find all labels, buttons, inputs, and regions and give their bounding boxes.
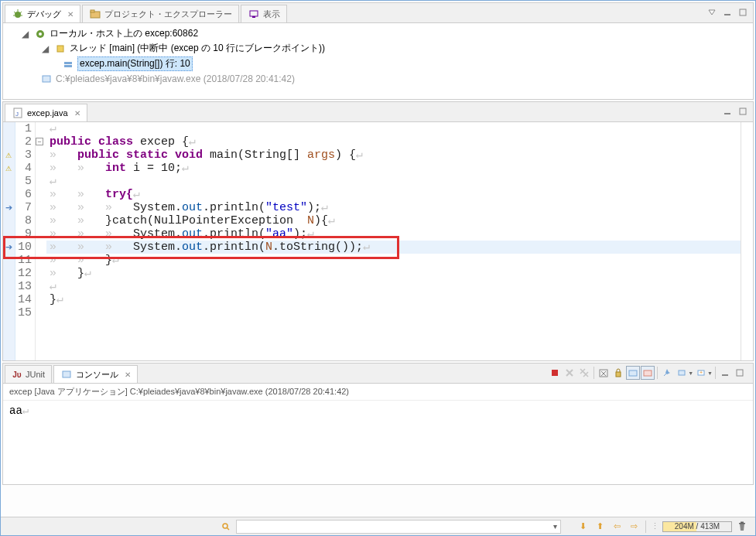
svg-rect-22 — [63, 371, 70, 377]
overview-ruler[interactable] — [741, 122, 753, 360]
svg-point-0 — [15, 12, 21, 18]
editor-tab[interactable]: J excep.java ✕ — [5, 104, 87, 121]
nav-down-icon[interactable]: ⬇ — [576, 520, 590, 534]
show-console-on-out-icon[interactable] — [626, 366, 640, 380]
editor-tab-label: excep.java — [27, 108, 68, 118]
debug-tab-bar: デバッグ ✕ プロジェクト・エクスプローラー 表示 — [3, 3, 753, 23]
expander-icon[interactable]: ◢ — [42, 43, 51, 54]
gc-icon[interactable] — [735, 520, 749, 534]
console-output[interactable]: aa↵ — [3, 401, 753, 484]
menu-button-icon[interactable] — [705, 5, 719, 19]
console-panel: Jυ JUnit コンソール ✕ ▼ + ▼ excep — [2, 363, 754, 485]
maximize-icon[interactable] — [733, 366, 747, 380]
pin-console-icon[interactable] — [660, 366, 674, 380]
debug-panel: デバッグ ✕ プロジェクト・エクスプローラー 表示 ◢ ローカル・ホスト上の e… — [2, 2, 754, 100]
tab-explorer-label: プロジェクト・エクスプローラー — [104, 9, 232, 20]
dropdown-icon[interactable]: ▼ — [688, 370, 693, 376]
editor-body[interactable]: ⚠ ⚠ ➔ ➔ 123456789101112131415 − ↵ public… — [3, 122, 753, 360]
svg-rect-9 — [252, 16, 255, 18]
svg-rect-16 — [64, 65, 72, 67]
editor-tab-bar: J excep.java ✕ — [3, 102, 753, 122]
search-input[interactable]: ▾ — [236, 520, 561, 534]
svg-rect-36 — [739, 523, 745, 524]
tree-process[interactable]: C:¥pleiades¥java¥8¥bin¥javaw.exe (2018/0… — [9, 72, 747, 86]
remove-all-icon[interactable] — [577, 366, 591, 380]
maximize-icon[interactable] — [736, 104, 750, 118]
minimize-icon[interactable] — [718, 366, 732, 380]
junit-icon: Jυ — [12, 369, 22, 380]
debug-icon — [12, 8, 24, 20]
line-numbers: 123456789101112131415 — [15, 122, 36, 360]
svg-line-28 — [664, 374, 666, 376]
display-selected-console-icon[interactable] — [675, 366, 689, 380]
console-tab-bar: Jυ JUnit コンソール ✕ ▼ + ▼ — [3, 364, 753, 384]
status-bar: ▾ ⬇ ⬆ ⇦ ⇨ ⋮ 204M / 413M — [1, 517, 755, 535]
tab-junit[interactable]: Jυ JUnit — [5, 365, 52, 383]
code-area[interactable]: ↵ public class excep {↵ » public static … — [46, 122, 741, 360]
tree-launch[interactable]: ◢ ローカル・ホスト上の excep:60862 — [9, 26, 747, 41]
java-file-icon: J — [12, 107, 24, 119]
maximize-icon[interactable] — [736, 5, 750, 19]
close-icon[interactable]: ✕ — [74, 109, 80, 118]
current-line-icon: ➔ — [3, 241, 14, 254]
tab-debug[interactable]: デバッグ ✕ — [5, 5, 80, 22]
svg-rect-27 — [644, 370, 652, 376]
tree-frame-label: excep.main(String[]) 行: 10 — [77, 56, 193, 71]
thread-icon — [54, 43, 67, 55]
svg-rect-15 — [64, 62, 72, 64]
search-field[interactable] — [237, 522, 549, 531]
nav-prev-icon[interactable]: ⇦ — [610, 520, 624, 534]
svg-rect-17 — [43, 76, 50, 82]
svg-rect-14 — [57, 46, 63, 52]
nav-up-icon[interactable]: ⬆ — [593, 520, 607, 534]
console-icon — [60, 368, 73, 381]
tab-explorer[interactable]: プロジェクト・エクスプローラー — [82, 5, 239, 22]
svg-rect-29 — [679, 370, 685, 375]
svg-point-13 — [39, 32, 42, 36]
step-marker-icon: ➔ — [3, 201, 14, 214]
scroll-lock-icon[interactable] — [611, 366, 625, 380]
minimize-icon[interactable] — [720, 104, 734, 118]
warning-icon[interactable]: ⚠ — [3, 149, 14, 162]
dropdown-icon[interactable]: ▼ — [707, 370, 713, 376]
expander-icon[interactable]: ◢ — [22, 29, 31, 39]
tree-launch-label: ローカル・ホスト上の excep:60862 — [50, 27, 198, 40]
tree-process-label: C:¥pleiades¥java¥8¥bin¥javaw.exe (2018/0… — [56, 73, 295, 84]
stack-frame-icon — [62, 58, 74, 70]
show-console-on-err-icon[interactable] — [641, 366, 655, 380]
search-icon — [221, 521, 231, 532]
svg-rect-26 — [629, 370, 637, 376]
fold-toggle-icon[interactable]: − — [36, 138, 43, 145]
tab-console[interactable]: コンソール ✕ — [53, 365, 138, 383]
clear-console-icon[interactable] — [597, 366, 611, 380]
svg-rect-7 — [91, 10, 94, 12]
minimize-icon[interactable] — [720, 5, 734, 19]
editor-panel: J excep.java ✕ ⚠ ⚠ ➔ ➔ 12345678910111213… — [2, 101, 754, 361]
svg-rect-23 — [552, 370, 558, 376]
nav-next-icon[interactable]: ⇨ — [627, 520, 641, 534]
close-icon[interactable]: ✕ — [67, 10, 74, 19]
tab-display[interactable]: 表示 — [241, 5, 287, 22]
svg-rect-25 — [616, 372, 621, 377]
svg-text:J: J — [15, 111, 19, 118]
terminate-icon[interactable] — [548, 366, 562, 380]
tree-thread[interactable]: ◢ スレッド [main] (中断中 (excep の 10 行にブレークポイン… — [9, 41, 747, 56]
svg-rect-10 — [724, 14, 730, 15]
svg-line-35 — [227, 527, 229, 530]
display-icon — [248, 8, 260, 20]
dropdown-icon[interactable]: ▾ — [549, 521, 560, 532]
warning-icon[interactable]: ⚠ — [3, 162, 14, 175]
memory-indicator[interactable]: 204M / 413M — [662, 521, 732, 532]
remove-launch-icon[interactable] — [563, 366, 576, 380]
tree-frame[interactable]: excep.main(String[]) 行: 10 — [9, 56, 747, 72]
tab-display-label: 表示 — [263, 9, 280, 20]
svg-rect-11 — [740, 9, 746, 15]
tab-debug-label: デバッグ — [27, 9, 61, 20]
close-icon[interactable]: ✕ — [125, 370, 131, 379]
process-icon — [40, 73, 53, 85]
folding-strip: − — [36, 122, 46, 360]
tree-thread-label: スレッド [main] (中断中 (excep の 10 行にブレークポイント)… — [70, 42, 325, 55]
svg-line-3 — [20, 12, 22, 13]
svg-rect-33 — [737, 370, 743, 376]
open-console-icon[interactable]: + — [694, 366, 708, 380]
